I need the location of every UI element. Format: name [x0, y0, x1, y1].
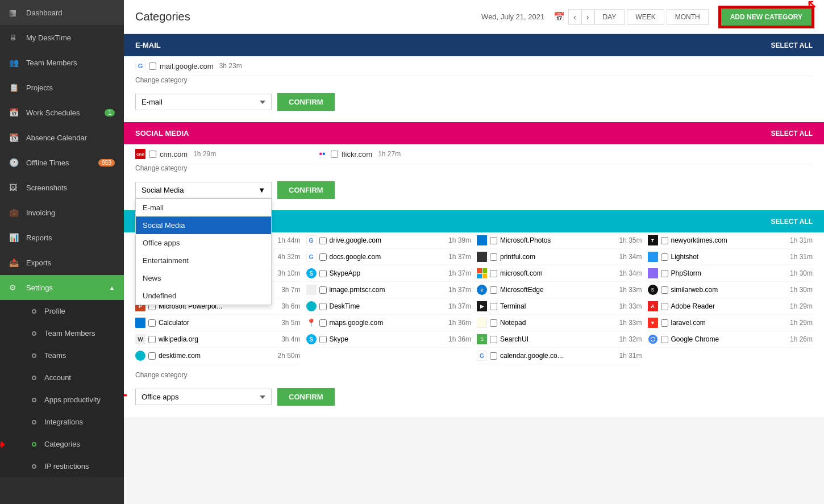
nyt-name: newyorktimes.com	[671, 236, 786, 244]
day-view-btn[interactable]: DAY	[594, 9, 625, 25]
sidebar-item-work-schedules[interactable]: 📅 Work Schedules 1	[0, 100, 124, 125]
sidebar-item-integrations[interactable]: Integrations	[11, 411, 124, 433]
email-select-all[interactable]: SELECT ALL	[771, 41, 813, 49]
skypeapp-checkbox[interactable]	[319, 270, 327, 277]
sidebar-item-settings[interactable]: ⚙ Settings ▲	[0, 275, 124, 300]
microsoft-name: microsoft.com	[500, 269, 615, 277]
dropdown-option-news[interactable]: News	[136, 269, 271, 287]
add-btn-container: ADD NEW CATEGORY ➜	[714, 7, 813, 27]
sidebar-item-dashboard[interactable]: ▦ Dashboard	[0, 0, 124, 25]
prev-btn[interactable]: ‹	[568, 9, 581, 25]
email-checkbox[interactable]	[149, 63, 156, 70]
categories-arrow-indicator: ➜	[0, 438, 5, 451]
drive-checkbox[interactable]	[319, 237, 327, 244]
sidebar-item-invoicing[interactable]: 💼 Invoicing	[0, 200, 124, 225]
msedge-checkbox[interactable]	[490, 286, 497, 294]
sidebar-item-ip-restrictions[interactable]: IP restrictions	[11, 455, 124, 477]
docs-checkbox[interactable]	[319, 253, 327, 261]
social-select-value: Social Media	[142, 186, 184, 194]
sidebar-item-screenshots[interactable]: 🖼 Screenshots	[0, 175, 124, 200]
sidebar-item-apps-productivity[interactable]: Apps productivity	[11, 389, 124, 411]
social-dropdown-menu: E-mail Social Media Office apps Entertai…	[135, 198, 272, 305]
sidebar-item-sub-team-members[interactable]: Team Members	[11, 322, 124, 344]
calc-checkbox[interactable]	[148, 319, 156, 327]
adobe-checkbox[interactable]	[661, 303, 668, 310]
lightshot-name: Lightshot	[671, 253, 786, 261]
terminal-checkbox[interactable]	[490, 303, 497, 310]
similarweb-checkbox[interactable]	[661, 286, 668, 294]
cnn-app-name: cnn.com	[160, 150, 188, 159]
sidebar-item-exports[interactable]: 📤 Exports	[0, 250, 124, 275]
email-confirm-button[interactable]: CONFIRM	[277, 93, 335, 111]
similarweb-name: similarweb.com	[671, 286, 786, 294]
flickr-icon: ••	[317, 149, 327, 159]
adobe-time: 1h 29m	[790, 302, 813, 310]
team-members-icon: 👥	[9, 58, 20, 67]
sidebar-item-profile[interactable]: Profile	[11, 300, 124, 322]
printful-checkbox[interactable]	[490, 253, 497, 261]
skype-checkbox[interactable]	[319, 336, 327, 343]
laravel-checkbox[interactable]	[661, 319, 668, 327]
sidebar-item-teams[interactable]: Teams	[11, 344, 124, 366]
chrome-checkbox[interactable]	[661, 336, 668, 343]
nyt-icon: T	[648, 235, 658, 245]
dropdown-option-undefined[interactable]: Undefined	[136, 287, 271, 305]
microsoft-checkbox[interactable]	[490, 270, 497, 277]
sidebar-item-categories[interactable]: Categories ➜	[11, 433, 124, 455]
office-change-category: Change category Office apps E-mail Socia…	[135, 371, 813, 408]
next-btn[interactable]: ›	[581, 9, 594, 25]
social-media-select-all[interactable]: SELECT ALL	[771, 130, 813, 138]
sidebar-item-projects[interactable]: 📋 Projects	[0, 75, 124, 100]
sidebar-item-absence-calendar[interactable]: 📆 Absence Calendar	[0, 125, 124, 150]
prntscr-time: 1h 37m	[448, 286, 471, 294]
month-view-btn[interactable]: MONTH	[667, 9, 709, 25]
notepad-checkbox[interactable]	[490, 319, 497, 327]
week-view-btn[interactable]: WEEK	[627, 9, 664, 25]
office-confirm-button[interactable]: CONFIRM	[277, 388, 335, 406]
laravel-time: 1h 29m	[790, 319, 813, 327]
dropdown-option-office[interactable]: Office apps	[136, 234, 271, 252]
nyt-checkbox[interactable]	[661, 237, 668, 244]
sidebar-item-offline-times[interactable]: 🕐 Offline Times 959	[0, 150, 124, 175]
desktime-checkbox[interactable]	[148, 352, 156, 360]
prntscr-checkbox[interactable]	[319, 286, 327, 294]
calendar-google-row: G calendar.google.co... 1h 31m	[477, 348, 642, 364]
dropdown-option-email[interactable]: E-mail	[136, 199, 271, 216]
calendar-google-checkbox[interactable]	[490, 352, 497, 360]
chrome-row: Google Chrome 1h 26m	[648, 331, 813, 348]
office-apps-select-all[interactable]: SELECT ALL	[771, 218, 813, 226]
social-select-display[interactable]: Social Media ▼	[135, 182, 272, 198]
add-new-category-button[interactable]: ADD NEW CATEGORY	[720, 7, 813, 27]
dropdown-option-entertainment[interactable]: Entertainment	[136, 252, 271, 269]
office-category-select[interactable]: Office apps E-mail Social Media Entertai…	[135, 389, 272, 405]
social-change-cat-controls: Social Media ▼ E-mail Social Media Offic…	[135, 176, 813, 201]
teams-dot	[32, 353, 36, 358]
calendar-icon[interactable]: 📅	[554, 11, 565, 22]
notepad-name: Notepad	[500, 319, 615, 327]
email-category-select[interactable]: E-mail Social Media Office apps Entertai…	[135, 94, 272, 110]
email-section: E-MAIL SELECT ALL G mail.google.com 3h 2…	[124, 34, 824, 122]
social-confirm-button[interactable]: CONFIRM	[277, 181, 335, 199]
sidebar-label-categories: Categories	[44, 440, 80, 448]
sidebar-item-team-members[interactable]: 👥 Team Members	[0, 50, 124, 75]
sidebar-item-mydesktime[interactable]: 🖥 My DeskTime	[0, 25, 124, 50]
dropdown-option-social[interactable]: Social Media	[136, 216, 271, 234]
adobe-icon: A	[648, 301, 658, 311]
maps-checkbox[interactable]	[319, 319, 327, 327]
flickr-checkbox[interactable]	[331, 151, 338, 158]
msphotos-row: Microsoft.Photos 1h 35m	[477, 232, 642, 249]
searchui-checkbox[interactable]	[490, 336, 497, 343]
work-schedules-badge: 1	[105, 109, 115, 116]
wiki-checkbox[interactable]	[148, 336, 156, 343]
msphotos-checkbox[interactable]	[490, 237, 497, 244]
settings-icon: ⚙	[9, 283, 20, 292]
work-schedules-icon: 📅	[9, 108, 20, 117]
sidebar-item-account[interactable]: Account	[11, 366, 124, 389]
cnn-checkbox[interactable]	[149, 151, 156, 158]
msedge-row: e MicrosoftEdge 1h 33m	[477, 282, 642, 298]
office-arrow-indicator: ➜	[124, 388, 127, 403]
desktime2-checkbox[interactable]	[319, 303, 327, 310]
lightshot-checkbox[interactable]	[661, 253, 668, 261]
phpstorm-checkbox[interactable]	[661, 270, 668, 277]
sidebar-item-reports[interactable]: 📊 Reports	[0, 225, 124, 250]
